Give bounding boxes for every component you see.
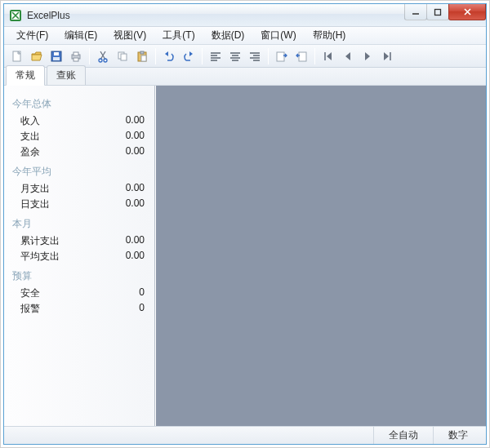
status-auto[interactable]: 全自动 <box>373 427 433 444</box>
tab-chazhang[interactable]: 查账 <box>47 65 86 85</box>
nav-first-button[interactable] <box>319 47 337 65</box>
toolbar-separator <box>202 48 203 64</box>
row-cum-exp: 累计支出 0.00 <box>12 233 146 249</box>
tab-general[interactable]: 常规 <box>6 65 45 86</box>
menu-tools[interactable]: 工具(T) <box>155 27 202 44</box>
menu-view[interactable]: 视图(V) <box>106 27 154 44</box>
section-year-total: 今年总体 <box>12 97 146 111</box>
label: 平均支出 <box>20 250 60 264</box>
label: 报警 <box>20 302 40 316</box>
row-expense: 支出 0.00 <box>12 129 146 144</box>
row-month-exp: 月支出 0.00 <box>12 181 146 197</box>
value: 0 <box>139 286 145 300</box>
minimize-button[interactable] <box>404 4 427 20</box>
content-area: 今年总体 收入 0.00 支出 0.00 盈余 0.00 今年平均 月支出 0.… <box>4 86 486 426</box>
svg-rect-9 <box>74 52 78 55</box>
svg-point-11 <box>99 59 102 62</box>
svg-rect-6 <box>54 52 59 55</box>
titlebar[interactable]: ExcelPlus <box>4 4 486 27</box>
label: 累计支出 <box>20 234 60 248</box>
value: 0.00 <box>126 250 145 264</box>
svg-rect-14 <box>121 54 127 60</box>
label: 安全 <box>20 286 40 300</box>
save-button[interactable] <box>47 47 65 65</box>
copy-button[interactable] <box>114 47 131 65</box>
value: 0.00 <box>126 197 145 211</box>
label: 日支出 <box>20 197 50 211</box>
row-safe: 安全 0 <box>12 286 146 301</box>
row-day-exp: 日支出 0.00 <box>12 197 146 212</box>
svg-rect-17 <box>141 55 146 61</box>
menu-window[interactable]: 窗口(W) <box>253 27 303 44</box>
label: 盈余 <box>20 145 40 159</box>
value: 0.00 <box>126 182 145 196</box>
nav-last-button[interactable] <box>378 47 396 65</box>
panel-tabs: 常规 查账 <box>4 68 486 86</box>
row-income: 收入 0.00 <box>12 113 146 129</box>
section-year-avg: 今年平均 <box>12 165 146 179</box>
toolbar <box>4 45 486 68</box>
mdi-workspace[interactable] <box>155 86 486 426</box>
value: 0 <box>139 302 145 316</box>
close-button[interactable] <box>448 4 486 20</box>
value: 0.00 <box>126 234 145 248</box>
print-button[interactable] <box>67 47 85 65</box>
app-window: ExcelPlus 文件(F) 编辑(E) 视图(V) 工具(T) 数据(D) … <box>3 3 487 445</box>
row-avg-exp: 平均支出 0.00 <box>12 249 146 264</box>
menu-help[interactable]: 帮助(H) <box>305 27 354 44</box>
section-this-month: 本月 <box>12 217 146 231</box>
toolbar-separator <box>89 48 90 64</box>
window-title: ExcelPlus <box>27 10 70 21</box>
left-panel: 今年总体 收入 0.00 支出 0.00 盈余 0.00 今年平均 月支出 0.… <box>4 86 155 426</box>
row-alarm: 报警 0 <box>12 301 146 317</box>
menu-file[interactable]: 文件(F) <box>9 27 56 44</box>
svg-rect-18 <box>277 52 284 61</box>
open-button[interactable] <box>28 47 46 65</box>
redo-button[interactable] <box>180 47 198 65</box>
svg-rect-16 <box>140 51 144 54</box>
undo-button[interactable] <box>160 47 178 65</box>
import-button[interactable] <box>292 47 310 65</box>
toolbar-separator <box>155 48 156 64</box>
cut-button[interactable] <box>94 47 112 65</box>
label: 收入 <box>20 114 40 128</box>
new-button[interactable] <box>8 47 26 65</box>
svg-rect-19 <box>299 52 306 61</box>
nav-next-button[interactable] <box>359 47 376 65</box>
align-right-button[interactable] <box>246 47 264 65</box>
label: 支出 <box>20 130 40 144</box>
toolbar-separator <box>268 48 269 64</box>
svg-point-12 <box>104 59 107 62</box>
svg-rect-10 <box>74 58 78 61</box>
statusbar: 全自动 数字 <box>4 426 486 444</box>
value: 0.00 <box>126 145 145 159</box>
value: 0.00 <box>126 114 145 128</box>
paste-button[interactable] <box>133 47 151 65</box>
svg-rect-7 <box>53 57 60 60</box>
value: 0.00 <box>126 130 145 144</box>
maximize-button[interactable] <box>426 4 449 20</box>
menu-data[interactable]: 数据(D) <box>204 27 252 44</box>
svg-rect-3 <box>435 9 441 15</box>
app-icon <box>9 9 22 22</box>
align-left-button[interactable] <box>207 47 225 65</box>
menu-edit[interactable]: 编辑(E) <box>57 27 105 44</box>
export-button[interactable] <box>273 47 291 65</box>
align-center-button[interactable] <box>226 47 244 65</box>
nav-prev-button[interactable] <box>339 47 357 65</box>
status-num[interactable]: 数字 <box>433 427 483 444</box>
label: 月支出 <box>20 182 50 196</box>
menubar: 文件(F) 编辑(E) 视图(V) 工具(T) 数据(D) 窗口(W) 帮助(H… <box>4 27 486 45</box>
toolbar-separator <box>314 48 315 64</box>
row-surplus: 盈余 0.00 <box>12 144 146 160</box>
section-budget: 预算 <box>12 269 146 283</box>
